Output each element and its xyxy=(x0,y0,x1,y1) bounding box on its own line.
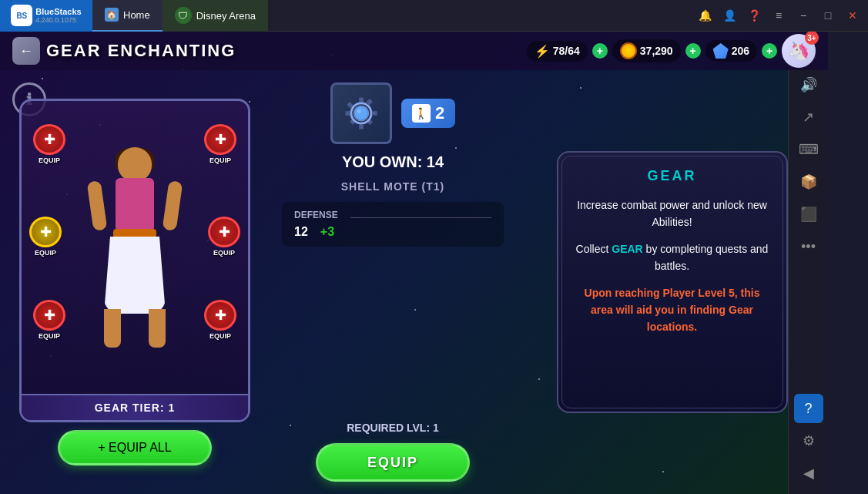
gems-stat: 206 xyxy=(705,40,757,62)
gear-tier-banner: GEAR TIER: 1 xyxy=(22,394,248,420)
stat-row: DEFENSE xyxy=(294,210,491,220)
toolbar-keyboard[interactable]: ⌨ xyxy=(794,135,823,164)
bs-version: 4.240.0.1075 xyxy=(35,16,81,24)
svg-point-2 xyxy=(354,107,367,120)
game-tab-label: Disney Arena xyxy=(196,10,256,22)
coins-stat: 37,290 xyxy=(612,39,681,62)
coins-value: 37,290 xyxy=(640,45,673,57)
main-content: ℹ ✚ EQUIP ✚ EQUIP ✚ EQUIP xyxy=(0,70,828,494)
gems-value: 206 xyxy=(732,45,749,57)
toolbar-package[interactable]: 📦 xyxy=(794,167,823,197)
character-card: ✚ EQUIP ✚ EQUIP ✚ EQUIP ✚ EQUIP xyxy=(19,99,250,422)
gems-add-button[interactable]: + xyxy=(762,43,777,59)
gear-slot-mid-right[interactable]: ✚ EQUIP xyxy=(204,217,244,257)
gear-slot-bot-left[interactable]: ✚ EQUIP xyxy=(29,300,69,340)
equip-all-button[interactable]: + EQUIP ALL xyxy=(58,430,212,465)
item-icon xyxy=(330,82,392,144)
gear-slot-label-mid-left: EQUIP xyxy=(35,249,56,257)
item-own-text: YOU OWN: 14 xyxy=(342,153,444,171)
gear-slot-icon-mid-left: ✚ xyxy=(29,217,62,247)
energy-value: 78/64 xyxy=(553,45,580,57)
gear-slot-icon-bot-right: ✚ xyxy=(204,300,236,331)
svg-point-3 xyxy=(357,109,361,113)
bluestacks-logo: BS BlueStacks 4.240.0.1075 xyxy=(0,0,92,32)
defense-label: DEFENSE xyxy=(294,210,338,220)
gear-slot-top-right[interactable]: ✚ EQUIP xyxy=(200,124,240,164)
equip-button[interactable]: EQUIP xyxy=(316,443,470,482)
back-arrow-icon: ← xyxy=(12,37,40,65)
item-quantity-badge: 🚶 2 xyxy=(401,99,455,128)
lightning-icon: ⚡ xyxy=(535,44,550,59)
equip-button-label: EQUIP xyxy=(367,455,418,471)
gear-tier-text: GEAR TIER: 1 xyxy=(28,402,242,414)
item-stats: DEFENSE 12 +3 xyxy=(282,202,504,247)
avatar-button[interactable]: 🦄 3+ xyxy=(782,34,816,68)
char-head xyxy=(118,147,152,181)
stat-bonus-value: +3 xyxy=(320,225,334,239)
help-button[interactable]: ❓ xyxy=(745,6,763,25)
title-bar: BS BlueStacks 4.240.0.1075 🏠 Home 🛡 Disn… xyxy=(0,0,868,32)
character-image-area: ✚ EQUIP ✚ EQUIP ✚ EQUIP ✚ EQUIP xyxy=(22,101,248,394)
back-button[interactable]: ← GEAR ENCHANTING xyxy=(12,37,236,65)
warning-text: Upon reaching Player Level 5, this area … xyxy=(585,287,760,334)
tab-game[interactable]: 🛡 Disney Arena xyxy=(163,0,268,32)
gear-slot-label-bot-left: EQUIP xyxy=(39,332,60,340)
char-leg-left xyxy=(104,309,121,348)
bell-button[interactable]: 🔔 xyxy=(695,6,714,25)
game-tab-icon: 🛡 xyxy=(175,7,192,24)
char-arm-right xyxy=(163,180,183,231)
window-controls: 🔔 👤 ❓ ≡ − □ ✕ xyxy=(695,6,868,25)
menu-button[interactable]: ≡ xyxy=(769,6,788,25)
gear-slot-top-left[interactable]: ✚ EQUIP xyxy=(29,124,69,164)
stat-divider xyxy=(350,217,491,218)
page-title: GEAR ENCHANTING xyxy=(46,41,236,61)
maximize-button[interactable]: □ xyxy=(819,6,837,25)
char-torso xyxy=(116,178,154,232)
character-figure xyxy=(81,147,189,348)
hud-stats: ⚡ 78/64 + 37,290 + 206 + 🦄 3+ xyxy=(527,34,816,68)
game-area: ← GEAR ENCHANTING ⚡ 78/64 + 37,290 + xyxy=(0,32,828,494)
toolbar-screenshot[interactable]: ⬛ xyxy=(794,200,823,229)
gear-slot-icon-bot-left: ✚ xyxy=(33,300,65,331)
toolbar-more[interactable]: ••• xyxy=(794,232,823,261)
quantity-number: 2 xyxy=(435,103,444,123)
equip-all-label: + EQUIP ALL xyxy=(98,441,171,455)
gear-slot-label-bot-right: EQUIP xyxy=(209,332,231,340)
toolbar-navigation[interactable]: ↗ xyxy=(794,102,823,132)
close-button[interactable]: ✕ xyxy=(843,6,862,25)
info-card-paragraph-3: Upon reaching Player Level 5, this area … xyxy=(574,284,771,336)
left-panel: ℹ ✚ EQUIP ✚ EQUIP ✚ EQUIP xyxy=(0,70,270,494)
toolbar-volume[interactable]: 🔊 xyxy=(794,70,823,99)
middle-panel: 🚶 2 YOU OWN: 14 SHELL MOTE (T1) DEFENSE … xyxy=(270,70,516,494)
info-card-paragraph-1: Increase combat power and unlock new Abi… xyxy=(574,197,771,231)
top-hud: ← GEAR ENCHANTING ⚡ 78/64 + 37,290 + xyxy=(0,32,828,70)
gear-slot-icon-mid-right: ✚ xyxy=(208,217,240,247)
gear-slot-mid-left[interactable]: ✚ EQUIP xyxy=(25,217,65,257)
coins-add-button[interactable]: + xyxy=(685,43,701,59)
gear-svg-icon xyxy=(340,92,383,135)
gear-slot-label-mid-right: EQUIP xyxy=(213,249,235,257)
home-tab-label: Home xyxy=(123,9,150,21)
char-arm-left xyxy=(87,180,108,231)
toolbar-back[interactable]: ◀ xyxy=(794,459,823,488)
char-skirt xyxy=(104,237,166,314)
energy-add-button[interactable]: + xyxy=(592,43,608,59)
info-card-paragraph-2: Collect GEAR by completing quests and ba… xyxy=(574,240,771,275)
gear-slot-label-top-right: EQUIP xyxy=(209,156,231,164)
side-toolbar: 🔔 🔊 ↗ ⌨ 📦 ⬛ ••• ? ⚙ ◀ xyxy=(788,32,828,494)
gem-icon xyxy=(713,43,729,59)
info-card: GEAR Increase combat power and unlock ne… xyxy=(557,151,788,413)
gear-slot-label-top-left: EQUIP xyxy=(39,156,60,164)
gear-highlight: GEAR xyxy=(612,243,642,255)
toolbar-settings[interactable]: ⚙ xyxy=(794,426,823,455)
char-leg-right xyxy=(149,309,166,348)
minimize-button[interactable]: − xyxy=(794,6,813,25)
user-button[interactable]: 👤 xyxy=(720,6,739,25)
avatar-badge: 3+ xyxy=(805,32,819,45)
item-icon-area: 🚶 2 xyxy=(330,82,455,144)
gear-slot-bot-right[interactable]: ✚ EQUIP xyxy=(200,300,240,340)
gear-slot-icon-top-left: ✚ xyxy=(33,124,65,155)
gear-slot-icon-top-right: ✚ xyxy=(204,124,236,155)
toolbar-help[interactable]: ? xyxy=(794,394,823,423)
tab-home[interactable]: 🏠 Home xyxy=(92,0,163,32)
